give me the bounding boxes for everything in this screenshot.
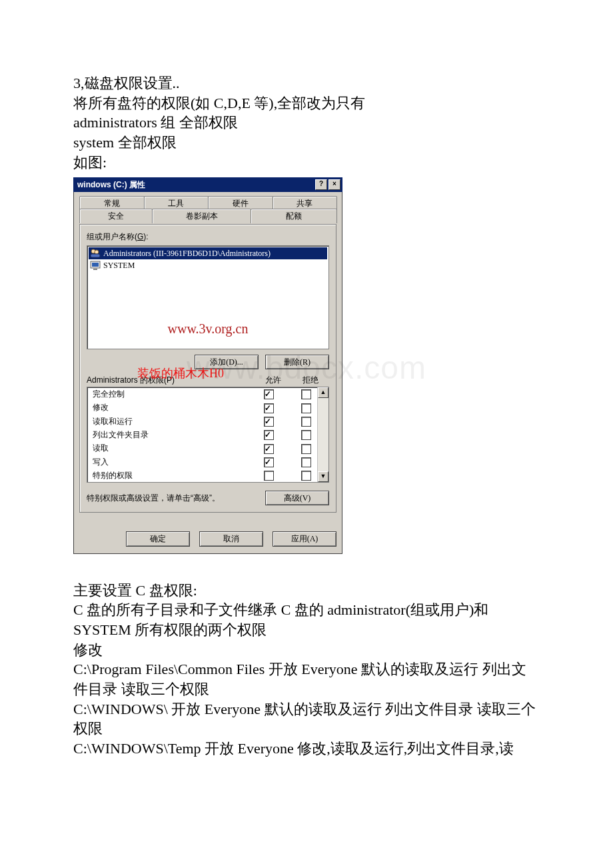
tab-sharing[interactable]: 共享: [273, 196, 338, 210]
allow-checkbox[interactable]: [264, 444, 274, 454]
deny-checkbox[interactable]: [301, 430, 311, 440]
ok-button[interactable]: 确定: [126, 531, 190, 546]
doc-line: 3,磁盘权限设置..: [73, 73, 540, 93]
tab-tools[interactable]: 工具: [144, 196, 209, 210]
apply-button[interactable]: 应用(A): [273, 531, 336, 546]
deny-checkbox[interactable]: [301, 444, 311, 454]
allow-cell: [250, 457, 287, 467]
scroll-up-icon[interactable]: ▲: [318, 387, 328, 398]
doc-line: C:\Program Files\Common Files 开放 Everyon…: [73, 659, 540, 699]
permission-row: 列出文件夹目录: [87, 428, 328, 441]
doc-line: system 全部权限: [73, 133, 540, 153]
doc-line: C:\WINDOWS\ 开放 Everyone 默认的读取及运行 列出文件目录 …: [73, 699, 540, 739]
allow-cell: [250, 429, 287, 440]
allow-checkbox[interactable]: [264, 430, 274, 440]
users-listbox[interactable]: Administrators (III-3961FBD6D1D\Administ…: [87, 245, 329, 349]
tab-general[interactable]: 常规: [79, 196, 145, 210]
tab-strip: 常规 工具 硬件 共享 安全 卷影副本 配额: [79, 196, 336, 223]
deny-checkbox[interactable]: [301, 457, 311, 467]
remove-button[interactable]: 删除(R): [265, 355, 329, 369]
deny-checkbox[interactable]: [301, 471, 311, 481]
deny-checkbox[interactable]: [301, 403, 311, 413]
scroll-down-icon[interactable]: ▼: [318, 471, 328, 482]
doc-line: 如图:: [73, 153, 540, 173]
permission-name: 修改: [93, 402, 250, 413]
permission-row: 读取和运行: [87, 415, 328, 428]
doc-line: 修改: [73, 640, 540, 660]
list-item[interactable]: SYSTEM: [89, 259, 327, 271]
list-item-label: SYSTEM: [103, 260, 135, 271]
doc-line: C:\WINDOWS\Temp 开放 Everyone 修改,读取及运行,列出文…: [73, 739, 540, 759]
group-users-label: 组或用户名称(G):: [87, 231, 329, 242]
permission-row: 写入: [87, 455, 328, 469]
allow-cell: [250, 416, 287, 427]
doc-line: 主要设置 C 盘权限:: [73, 581, 540, 601]
permission-name: 特别的权限: [93, 470, 250, 481]
svg-rect-4: [92, 263, 99, 267]
allow-cell: [250, 402, 287, 413]
allow-checkbox[interactable]: [264, 403, 274, 413]
advanced-hint: 特别权限或高级设置，请单击“高级”。: [87, 493, 257, 503]
doc-line: 将所有盘符的权限(如 C,D,E 等),全部改为只有: [73, 93, 540, 113]
allow-cell: [250, 389, 287, 399]
permission-name: 读取和运行: [93, 416, 250, 427]
permission-name: 完全控制: [93, 389, 250, 399]
tab-shadowcopy[interactable]: 卷影副本: [152, 209, 251, 223]
list-item-label: Administrators (III-3961FBD6D1D\Administ…: [103, 248, 271, 259]
tab-security[interactable]: 安全: [79, 209, 153, 223]
permission-row: 修改: [87, 401, 328, 414]
system-icon: [90, 260, 101, 271]
svg-rect-2: [91, 254, 100, 257]
list-item[interactable]: Administrators (III-3961FBD6D1D\Administ…: [89, 247, 327, 259]
tab-quota[interactable]: 配额: [251, 209, 337, 223]
advanced-button[interactable]: 高级(V): [265, 491, 329, 505]
allow-checkbox[interactable]: [264, 417, 274, 427]
permissions-for-label: Administrators 的权限(P): [87, 375, 255, 385]
allow-cell: [250, 470, 287, 481]
svg-point-1: [95, 250, 99, 254]
permissions-header: 装饭的桶木木H0 Administrators 的权限(P) 允许 拒绝: [87, 375, 329, 385]
doc-line: C 盘的所有子目录和子文件继承 C 盘的 administrator(组或用户)…: [73, 600, 540, 639]
allow-cell: [250, 443, 287, 453]
cancel-button[interactable]: 取消: [199, 531, 263, 546]
col-deny: 拒绝: [292, 375, 329, 385]
permission-name: 写入: [93, 457, 250, 467]
security-panel: 组或用户名称(G): Administrators (III-3961FBD6D…: [79, 224, 336, 513]
titlebar: windows (C:) 属性 ? ×: [73, 177, 342, 192]
permission-row: 读取: [87, 441, 328, 455]
help-button[interactable]: ?: [315, 179, 327, 190]
group-icon: [90, 248, 101, 259]
col-allow: 允许: [255, 375, 292, 385]
permission-row: 特别的权限: [87, 469, 328, 482]
add-button[interactable]: 添加(D)...: [195, 355, 259, 369]
deny-checkbox[interactable]: [301, 417, 311, 427]
permissions-listbox: 完全控制修改读取和运行列出文件夹目录读取写入特别的权限 ▲ ▼: [87, 387, 329, 483]
watermark-3v: www.3v.org.cn: [87, 320, 328, 338]
allow-checkbox[interactable]: [264, 389, 274, 399]
deny-checkbox[interactable]: [301, 389, 311, 399]
tab-hardware[interactable]: 硬件: [208, 196, 273, 210]
permission-name: 列出文件夹目录: [93, 429, 250, 440]
close-button[interactable]: ×: [328, 179, 340, 190]
scrollbar[interactable]: ▲ ▼: [317, 387, 328, 482]
doc-line: administrators 组 全部权限: [73, 113, 540, 133]
allow-checkbox[interactable]: [264, 471, 274, 481]
svg-rect-5: [93, 269, 97, 270]
allow-checkbox[interactable]: [264, 457, 274, 467]
window-title: windows (C:) 属性: [77, 179, 145, 190]
permission-name: 读取: [93, 443, 250, 453]
properties-dialog: windows (C:) 属性 ? × 常规 工具 硬件 共享 安全 卷影副本 …: [73, 177, 342, 553]
permission-row: 完全控制: [87, 387, 328, 401]
